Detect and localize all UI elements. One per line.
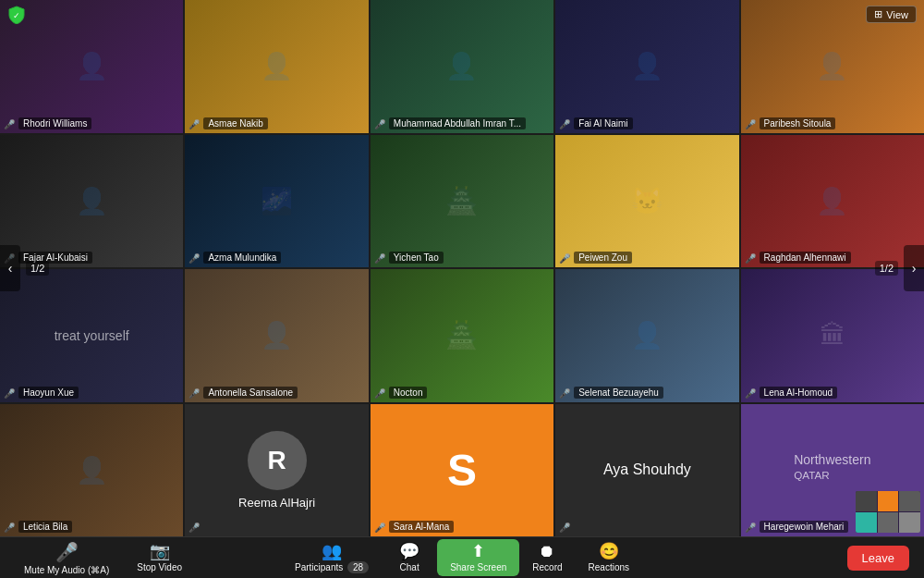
mic-icon-muhammad: 🎤 [374, 119, 385, 129]
camera-icon: 📷 [150, 543, 170, 560]
mic-icon-leticia: 🎤 [4, 523, 15, 533]
view-button[interactable]: ⊞ View [866, 6, 917, 23]
mic-icon-fai: 🎤 [559, 119, 570, 129]
mic-icon-yichen: 🎤 [374, 253, 385, 264]
name-haoyun: Haoyun Xue [18, 387, 79, 399]
video-cell-leticia: 👤 🎤 Leticia Bila [0, 404, 183, 537]
video-cell-azma: 🌌 🎤 Azma Mulundika [185, 135, 368, 268]
mic-icon-rhodri: 🎤 [4, 119, 15, 129]
participant-count: 28 [347, 561, 369, 573]
share-screen-button[interactable]: ⬆ Share Screen [437, 539, 519, 576]
participants-button[interactable]: 👥 Participants 28 [282, 539, 382, 576]
participants-icon: 👥 [322, 543, 342, 560]
name-antonella: Antonella Sansalone [203, 387, 298, 399]
record-label: Record [532, 562, 562, 572]
prev-page-button[interactable]: ‹ [0, 245, 20, 291]
security-icon[interactable]: ✓ [7, 6, 26, 28]
thumbnail-grid [856, 491, 920, 533]
name-lena: Lena Al-Homoud [760, 387, 838, 399]
mic-icon-raghdan: 🎤 [745, 253, 756, 264]
name-azma: Azma Mulundika [203, 252, 281, 264]
video-cell-raghdan: 👤 🎤 Raghdan Alhennawi [741, 135, 924, 268]
reactions-button[interactable]: 😊 Reactions [576, 539, 642, 576]
mic-icon-paribesh: 🎤 [745, 119, 756, 129]
name-leticia: Leticia Bila [18, 521, 72, 533]
video-cell-fai: 👤 🎤 Fai Al Naimi [555, 0, 738, 133]
share-screen-label: Share Screen [450, 562, 506, 572]
mic-icon-asmae: 🎤 [188, 119, 200, 129]
name-asmae: Asmae Nakib [203, 117, 267, 129]
mic-icon-lena: 🎤 [745, 388, 756, 399]
video-cell-rhodri: 👤 🎤 Rhodri Williams [0, 0, 183, 133]
video-cell-haregewoin: NorthwesternQATAR 🎤 Haregewoin Mehari [741, 404, 924, 537]
reactions-icon: 😊 [599, 543, 619, 560]
leave-button[interactable]: Leave [847, 546, 909, 571]
share-icon: ⬆ [471, 543, 485, 560]
video-grid: 👤 🎤 Rhodri Williams 👤 🎤 Asmae Nakib 👤 🎤 … [0, 0, 924, 536]
video-cell-muhammad: 👤 🎤 Muhammad Abdullah Imran T... [371, 0, 553, 133]
stop-video-label: Stop Video [137, 562, 182, 572]
mic-icon-haoyun: 🎤 [4, 388, 15, 399]
mic-icon-azma: 🎤 [188, 253, 200, 264]
page-indicator-right: 1/2 [875, 261, 898, 276]
video-cell-haoyun: treat yourself 🎤 Haoyun Xue [0, 269, 183, 402]
video-cell-fajar: 👤 🎤 Fajar Al-Kubaisi [0, 135, 183, 268]
name-nocton: Nocton [389, 387, 428, 399]
video-cell-selenat: 👤 🎤 Selenat Bezuayehu [555, 269, 738, 402]
mic-icon-aya: 🎤 [559, 523, 570, 533]
mic-icon-sara: 🎤 [374, 523, 385, 533]
chat-label: Chat [400, 562, 419, 572]
video-cell-reema: R Reema AlHajri 🎤 [185, 404, 368, 537]
mic-toolbar-icon: 🎤 [55, 541, 79, 563]
mic-icon-antonella: 🎤 [188, 388, 200, 399]
view-icon: ⊞ [874, 8, 882, 20]
page-indicator-left: 1/2 [26, 261, 49, 276]
name-reema: Reema AlHajri [238, 496, 315, 510]
name-muhammad: Muhammad Abdullah Imran T... [389, 117, 526, 129]
name-peiwen: Peiwen Zou [574, 252, 632, 264]
mic-icon-peiwen: 🎤 [559, 253, 570, 264]
video-cell-asmae: 👤 🎤 Asmae Nakib [185, 0, 368, 133]
record-icon: ⏺ [539, 543, 555, 560]
mic-icon-selenat: 🎤 [559, 388, 570, 399]
mute-button[interactable]: 🎤 Mute My Audio (⌘A) [15, 537, 118, 579]
mic-icon-reema: 🎤 [188, 523, 200, 533]
name-yichen: Yichen Tao [389, 252, 444, 264]
view-label: View [886, 9, 908, 20]
mic-icon-nocton: 🎤 [374, 388, 385, 399]
participants-label: Participants 28 [295, 562, 369, 572]
video-cell-yichen: 🏯 🎤 Yichen Tao [371, 135, 553, 268]
next-page-button[interactable]: › [904, 245, 924, 291]
name-rhodri: Rhodri Williams [18, 117, 91, 129]
toolbar-center: 👥 Participants 28 💬 Chat ⬆ Share Screen … [282, 539, 642, 576]
name-paribesh: Paribesh Sitoula [760, 117, 836, 129]
name-fai: Fai Al Naimi [574, 117, 632, 129]
name-sara: Sara Al-Mana [389, 521, 455, 533]
logo-haregewoin: NorthwesternQATAR [794, 452, 870, 482]
name-raghdan: Raghdan Alhennawi [760, 252, 851, 264]
video-cell-antonella: 👤 🎤 Antonella Sansalone [185, 269, 368, 402]
stop-video-button[interactable]: 📷 Stop Video [124, 539, 195, 576]
reactions-label: Reactions [589, 562, 629, 572]
toolbar-left: 🎤 Mute My Audio (⌘A) 📷 Stop Video [15, 537, 195, 579]
video-cell-sara: S 🎤 Sara Al-Mana [371, 404, 553, 537]
name-aya: Aya Shouhdy [603, 461, 691, 478]
toolbar-right: Leave [847, 546, 909, 571]
video-cell-peiwen: 🐱 🎤 Peiwen Zou [555, 135, 738, 268]
video-cell-lena: 🏛 🎤 Lena Al-Homoud [741, 269, 924, 402]
svg-text:✓: ✓ [13, 11, 20, 20]
name-selenat: Selenat Bezuayehu [574, 387, 663, 399]
record-button[interactable]: ⏺ Record [519, 539, 575, 576]
toolbar: 🎤 Mute My Audio (⌘A) 📷 Stop Video 👥 Part… [0, 536, 924, 578]
chat-icon: 💬 [399, 543, 419, 560]
video-cell-aya: Aya Shouhdy 🎤 [555, 404, 738, 537]
avatar-reema: R [248, 431, 307, 490]
mute-label: Mute My Audio (⌘A) [24, 565, 109, 575]
name-haregewoin: Haregewoin Mehari [760, 521, 849, 533]
avatar-letter-sara: S [447, 445, 477, 496]
video-cell-nocton: 🏯 🎤 Nocton [371, 269, 553, 402]
mic-icon-haregewoin: 🎤 [745, 523, 756, 533]
chat-button[interactable]: 💬 Chat [382, 539, 437, 576]
